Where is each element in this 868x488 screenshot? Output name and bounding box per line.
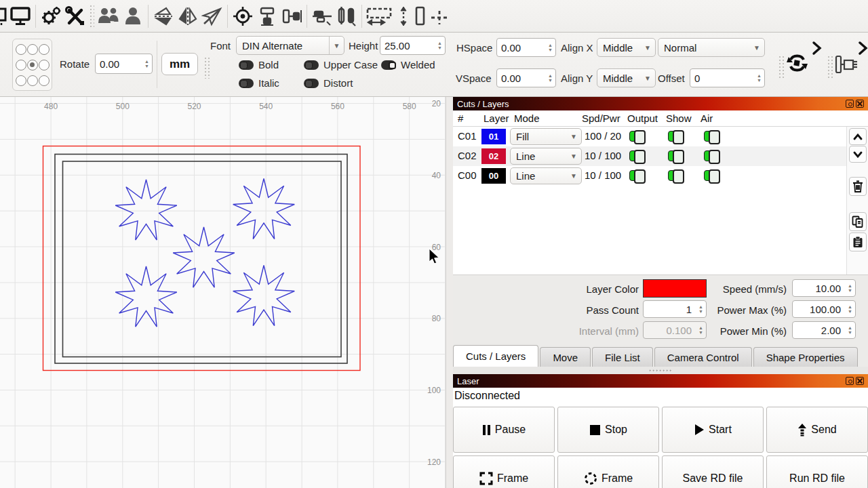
layer-row[interactable]: C02 02 Line▼ 10 / 100 (453, 146, 846, 166)
resize-height-icon[interactable] (395, 3, 412, 30)
anchor-radio[interactable] (39, 75, 50, 86)
speed-spinner[interactable]: 10.00▲▼ (792, 279, 856, 297)
align-vertical-icon[interactable] (255, 3, 279, 30)
upper-case-toggle[interactable] (304, 60, 319, 70)
anchor-radio-selected[interactable] (27, 60, 38, 70)
spinner-arrows[interactable]: ▲▼ (142, 54, 152, 73)
layer-row[interactable]: C01 01 Fill▼ 100 / 20 (453, 127, 846, 146)
power-max-spinner[interactable]: 100.00▲▼ (792, 300, 856, 318)
distribute-horizontal-icon[interactable] (310, 3, 334, 30)
units-button[interactable]: mm (161, 53, 198, 75)
offset-spinner[interactable]: 0▲▼ (690, 68, 765, 87)
layer-row[interactable]: C00 00 Line▼ 10 / 100 (453, 166, 846, 186)
show-toggle[interactable] (668, 150, 684, 161)
chevron-right-icon[interactable] (811, 41, 823, 58)
output-toggle[interactable] (629, 170, 645, 181)
run-rd-file-button[interactable]: Run RD file (766, 455, 868, 488)
float-icon[interactable] (846, 100, 854, 108)
mode-dropdown[interactable]: Line▼ (510, 148, 582, 165)
spinner-arrows[interactable]: ▲▼ (754, 69, 764, 87)
air-toggle[interactable] (704, 170, 719, 181)
save-rd-file-button[interactable]: Save RD file (662, 455, 764, 488)
chevron-right-icon[interactable] (857, 41, 868, 58)
delete-layer-button[interactable] (849, 177, 867, 196)
air-toggle[interactable] (704, 150, 719, 161)
show-toggle[interactable] (668, 131, 684, 142)
spinner-arrows[interactable]: ▲▼ (845, 280, 855, 296)
resize-width-icon[interactable] (365, 3, 395, 30)
panel-divider[interactable] (446, 97, 453, 488)
tab-camera-control[interactable]: Camera Control (654, 347, 752, 367)
vspace-spinner[interactable]: 0.00▲▼ (496, 68, 556, 87)
pause-button[interactable]: Pause (453, 407, 555, 453)
output-toggle[interactable] (629, 131, 645, 142)
power-min-spinner[interactable]: 2.00▲▼ (792, 321, 856, 339)
panel-splitter[interactable] (453, 367, 868, 374)
gears-icon[interactable] (39, 3, 63, 30)
start-button[interactable]: Start (662, 407, 764, 453)
align-y-dropdown[interactable]: Middle▼ (597, 68, 656, 87)
stop-button[interactable]: Stop (557, 407, 659, 453)
send-button[interactable]: Send (766, 407, 868, 453)
frame-rect-button[interactable]: Frame (453, 455, 555, 488)
tab-move[interactable]: Move (540, 347, 591, 367)
anchor-radio[interactable] (27, 44, 38, 55)
spinner-arrows[interactable]: ▲▼ (435, 37, 445, 54)
move-layer-up-button[interactable] (849, 128, 867, 145)
distribute-vertical-icon[interactable] (334, 3, 359, 30)
flip-horizontal-icon[interactable] (176, 3, 200, 30)
layer-color-chip[interactable]: 01 (481, 129, 506, 144)
anchor-radio[interactable] (39, 60, 50, 70)
frame-circle-button[interactable]: Frame (557, 455, 659, 488)
tab-shape-properties[interactable]: Shape Properties (753, 347, 858, 367)
anchor-radio[interactable] (39, 44, 50, 55)
two-users-icon[interactable] (96, 3, 121, 30)
flip-vertical-icon[interactable] (151, 3, 176, 30)
text-anchor-grid[interactable] (12, 39, 52, 91)
offset-cross-icon[interactable] (429, 3, 452, 30)
close-icon[interactable] (856, 100, 864, 108)
rotate-spinner[interactable]: 0.00▲▼ (95, 54, 153, 74)
spinner-arrows[interactable]: ▲▼ (845, 301, 855, 317)
laser-panel-titlebar[interactable]: Laser (453, 374, 868, 388)
spinner-arrows[interactable]: ▲▼ (845, 322, 855, 338)
float-icon[interactable] (846, 377, 854, 385)
bar-shape-icon[interactable] (412, 3, 429, 30)
align-horizontal-icon[interactable] (279, 3, 304, 30)
anchor-radio[interactable] (16, 75, 26, 86)
mode-dropdown[interactable]: Fill▼ (510, 128, 582, 145)
distort-toggle[interactable] (304, 79, 319, 88)
move-layer-down-button[interactable] (849, 146, 867, 163)
align-x-dropdown[interactable]: Middle▼ (597, 38, 656, 57)
spinner-arrows[interactable]: ▲▼ (545, 69, 555, 87)
focus-target-icon[interactable] (231, 3, 255, 30)
show-toggle[interactable] (668, 170, 684, 181)
refresh-icon[interactable] (785, 52, 808, 77)
design-canvas[interactable]: 48050052054056058020406080100120 (0, 97, 446, 488)
tab-file-list[interactable]: File List (592, 347, 653, 367)
mode-dropdown[interactable]: Line▼ (510, 167, 582, 184)
anchor-radio[interactable] (16, 44, 26, 55)
output-toggle[interactable] (629, 150, 645, 161)
layer-color-chip[interactable]: 00 (481, 168, 506, 184)
spinner-arrows[interactable]: ▲▼ (545, 39, 555, 56)
air-toggle[interactable] (704, 131, 719, 142)
anchor-radio[interactable] (27, 75, 38, 86)
user-icon[interactable] (121, 3, 145, 30)
monitor-icon[interactable] (8, 3, 33, 30)
anchor-radio[interactable] (16, 60, 26, 70)
cuts-panel-titlebar[interactable]: Cuts / Layers (453, 97, 868, 110)
font-dropdown[interactable]: DIN Alternate▼ (236, 36, 344, 55)
close-icon[interactable] (856, 377, 864, 385)
no-weld-icon[interactable] (200, 3, 224, 30)
copy-icon[interactable] (849, 212, 867, 231)
italic-toggle[interactable] (239, 79, 254, 88)
bold-toggle[interactable] (239, 60, 254, 70)
paste-icon[interactable] (849, 232, 867, 251)
welded-toggle[interactable] (381, 60, 396, 70)
height-spinner[interactable]: 25.00▲▼ (380, 36, 446, 55)
tools-icon[interactable] (63, 3, 87, 30)
style-dropdown[interactable]: Normal▼ (658, 38, 765, 57)
layer-color-chip[interactable]: 02 (481, 148, 506, 164)
tab-cuts-layers[interactable]: Cuts / Layers (453, 345, 538, 367)
